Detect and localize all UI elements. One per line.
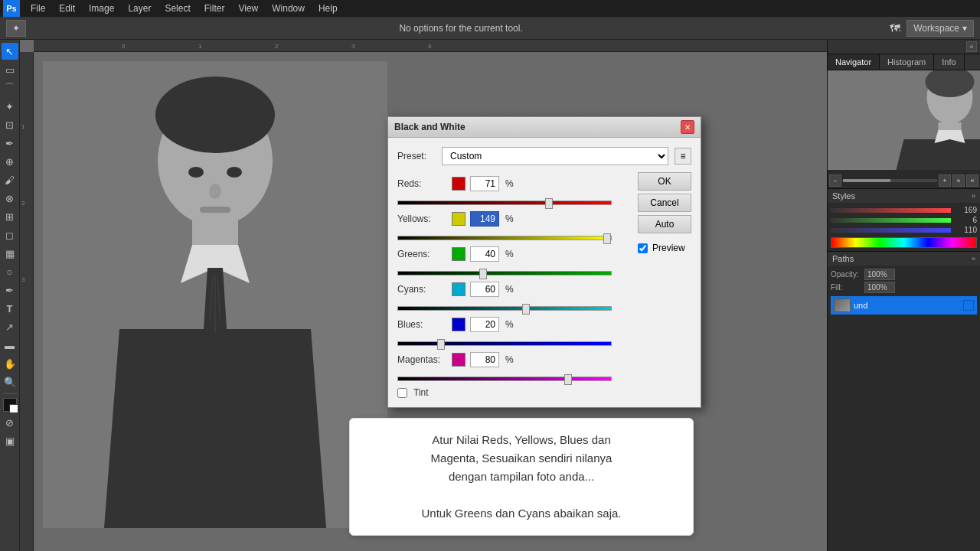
nav-collapse[interactable]: « [966,174,978,187]
menu-view[interactable]: View [232,2,264,15]
panel-collapse-btn[interactable]: « [966,41,977,52]
lasso-tool[interactable]: ⌒ [2,80,18,96]
styles-expand[interactable]: » [972,191,975,201]
preview-row: Preview [638,243,691,253]
auto-button[interactable]: Auto [638,215,691,233]
blues-track[interactable] [397,341,612,346]
yellows-input[interactable] [470,211,499,227]
dodge-tool[interactable]: ○ [2,263,18,280]
path-tool[interactable]: ↗ [2,318,18,335]
cyans-pct: % [505,284,514,295]
paths-expand[interactable]: » [972,254,975,263]
layer-visibility-icon[interactable] [963,300,974,311]
greens-input[interactable] [470,246,499,262]
menu-filter[interactable]: Filter [198,2,231,15]
ok-button[interactable]: OK [638,172,691,191]
yellows-track[interactable] [397,236,612,240]
tab-histogram[interactable]: Histogram [880,54,934,70]
clone-tool[interactable]: ⊗ [2,190,18,207]
blues-thumb[interactable] [437,339,445,350]
menu-layer[interactable]: Layer [122,2,157,15]
pen-tool[interactable]: ✒ [2,282,18,298]
menu-edit[interactable]: Edit [53,2,81,15]
instruction-text: Atur Nilai Reds, Yellows, Blues dan Mage… [365,431,678,523]
preview-checkbox[interactable] [638,243,648,253]
workspace-label: Workspace [913,23,959,34]
left-toolbar: ↖ ▭ ⌒ ✦ ⊡ ✒ ⊕ 🖌 ⊗ ⊞ ◻ ▦ ○ ✒ T ↗ ▬ ✋ 🔍 ⊘ … [0,40,20,551]
magentas-input[interactable] [470,352,499,367]
styles-tab-label[interactable]: Styles [832,191,855,201]
menu-file[interactable]: File [24,2,51,15]
preset-select[interactable]: Custom Default [442,147,668,165]
shape-tool[interactable]: ▬ [2,337,18,354]
move-tool[interactable]: ↖ [2,43,18,60]
color-spectrum[interactable] [831,237,977,248]
tab-info[interactable]: Info [934,54,964,70]
heal-tool[interactable]: ⊕ [2,153,18,170]
svg-point-17 [209,184,221,199]
yellows-color-swatch [452,212,466,226]
workspace-selector[interactable]: Workspace ▾ [906,20,974,37]
canvas-area: 01234 123 [20,40,827,551]
reds-input[interactable] [470,176,499,191]
quick-select-tool[interactable]: ✦ [2,98,18,115]
tint-checkbox[interactable] [397,388,407,398]
quick-mask-tool[interactable]: ⊘ [2,414,18,431]
magentas-track[interactable] [397,377,612,381]
opacity-input[interactable] [864,269,895,280]
svg-text:2: 2 [21,200,25,207]
magentas-thumb[interactable] [564,374,572,385]
brush-tool[interactable]: 🖌 [2,171,18,188]
svg-marker-27 [897,139,981,170]
foreground-color[interactable] [3,398,17,412]
svg-point-15 [188,167,204,178]
nav-zoom-out[interactable]: − [829,174,841,187]
crop-tool[interactable]: ⊡ [2,116,18,133]
cancel-button[interactable]: Cancel [638,194,691,212]
eraser-tool[interactable]: ◻ [2,227,18,243]
greens-track[interactable] [397,271,612,276]
tab-navigator[interactable]: Navigator [828,54,880,70]
reds-thumb[interactable] [545,198,553,209]
cyans-input[interactable] [470,282,499,297]
screen-mode-tool[interactable]: ▣ [2,432,18,449]
menu-bar: Ps File Edit Image Layer Select Filter V… [0,0,980,17]
reds-color-swatch [452,177,466,191]
yellows-thumb[interactable] [603,233,611,244]
preset-menu-button[interactable]: ≡ [675,148,691,165]
horizontal-ruler: 01234 [34,40,827,52]
zoom-tool[interactable]: 🔍 [2,373,18,390]
dialog-close-button[interactable]: ✕ [681,120,694,134]
history-tool[interactable]: ⊞ [2,208,18,225]
cyans-track[interactable] [397,306,612,311]
magentas-pct: % [505,354,514,365]
background-color[interactable] [9,404,18,413]
styles-panel: Styles » 169 6 110 [828,188,980,251]
hand-tool[interactable]: ✋ [2,355,18,372]
paths-tab-label[interactable]: Paths [832,254,854,263]
menu-window[interactable]: Window [266,2,311,15]
magentas-color-swatch [452,353,466,367]
nav-zoom-in[interactable]: + [939,174,951,187]
marquee-tool[interactable]: ▭ [2,61,18,78]
nav-zoom-fill [843,179,890,182]
svg-text:3: 3 [21,276,25,283]
menu-image[interactable]: Image [83,2,120,15]
cyans-thumb[interactable] [522,304,530,315]
eyedropper-tool[interactable]: ✒ [2,135,18,152]
navigator-icon-btn[interactable]: 🗺 [890,22,900,34]
blues-input[interactable] [470,317,499,332]
paths-header: Paths » [828,252,980,266]
menu-select[interactable]: Select [158,2,196,15]
reds-track[interactable] [397,201,612,205]
greens-thumb[interactable] [479,269,487,279]
nav-expand[interactable]: » [952,174,965,187]
menu-help[interactable]: Help [312,2,344,15]
gradient-tool[interactable]: ▦ [2,245,18,262]
dialog-titlebar[interactable]: Black and White ✕ [388,117,701,138]
layer-item[interactable]: und [831,296,977,315]
tool-options-icon[interactable]: ✦ [6,20,26,37]
nav-zoom-slider[interactable] [843,179,937,182]
fill-input[interactable] [864,282,895,293]
type-tool[interactable]: T [2,300,18,317]
